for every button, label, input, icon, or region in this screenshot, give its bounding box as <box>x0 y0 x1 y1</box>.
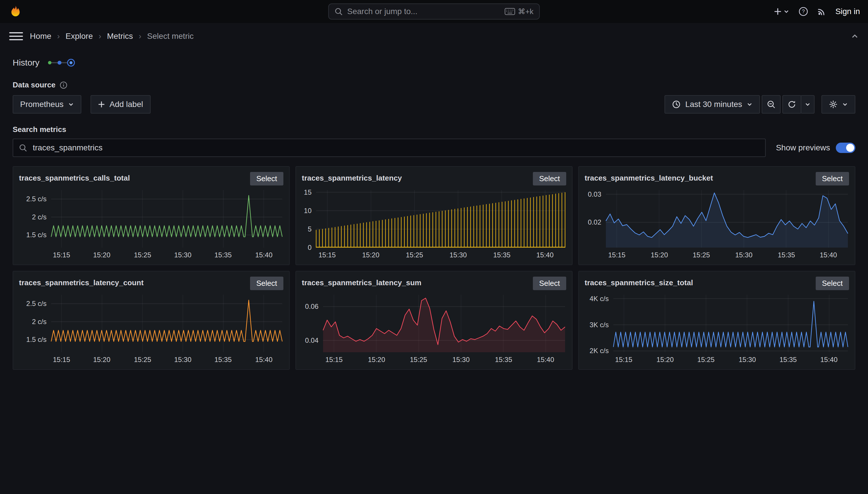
x-axis-tick-label: 15:40 <box>536 251 554 259</box>
x-axis-tick-label: 15:40 <box>820 356 837 364</box>
x-axis-tick-label: 15:40 <box>537 356 554 364</box>
search-placeholder: Search or jump to... <box>347 7 500 16</box>
chart-plot-area <box>323 295 565 352</box>
time-range-picker[interactable]: Last 30 minutes <box>665 95 760 114</box>
select-metric-button[interactable]: Select <box>533 172 566 186</box>
metric-search-input[interactable] <box>32 142 760 153</box>
x-axis-tick-label: 15:20 <box>93 251 111 259</box>
question-circle-icon: ? <box>798 6 808 16</box>
metric-chart: 0.060.0415:1515:2015:2515:3015:3515:40 <box>302 295 566 365</box>
x-axis-tick-label: 15:25 <box>410 356 427 364</box>
keyboard-icon <box>505 8 515 15</box>
chart-plot-area <box>316 190 565 248</box>
select-metric-button[interactable]: Select <box>816 277 849 290</box>
series-line <box>613 301 848 347</box>
explore-metrics-page: History Data source Prometheus <box>0 57 868 370</box>
x-axis-tick-label: 15:25 <box>693 251 710 259</box>
keyboard-shortcut: ⌘+k <box>505 7 533 16</box>
x-axis-tick-label: 15:40 <box>255 356 273 364</box>
select-metric-button[interactable]: Select <box>250 172 283 186</box>
hamburger-icon <box>9 32 23 33</box>
chart-plot-area <box>51 190 282 248</box>
refresh-button[interactable] <box>782 95 801 114</box>
x-axis-tick-label: 15:20 <box>93 356 111 364</box>
x-axis-tick-label: 15:25 <box>406 251 423 259</box>
settings-dropdown-button[interactable] <box>822 95 855 114</box>
x-axis-tick-label: 15:35 <box>778 251 795 259</box>
series-bars <box>316 192 565 248</box>
show-previews-toggle[interactable] <box>836 142 855 153</box>
x-axis-tick-label: 15:15 <box>53 251 70 259</box>
zoom-out-icon <box>767 100 775 109</box>
x-axis-tick-label: 15:30 <box>174 251 192 259</box>
refresh-interval-dropdown[interactable] <box>801 95 814 114</box>
breadcrumb-separator: › <box>57 32 60 41</box>
select-metric-button[interactable]: Select <box>816 172 849 186</box>
x-axis-tick-label: 15:30 <box>174 356 192 364</box>
help-button[interactable]: ? <box>798 6 808 16</box>
y-axis-tick-label: 2 c/s <box>19 214 46 221</box>
panel-title: traces_spanmetrics_size_total <box>585 277 693 287</box>
plus-icon <box>774 7 782 16</box>
metric-chart: 2.5 c/s2 c/s1.5 c/s15:1515:2015:2515:301… <box>19 295 283 365</box>
panel-title: traces_spanmetrics_latency_bucket <box>585 172 713 183</box>
x-axis-tick-label: 15:35 <box>214 251 232 259</box>
search-metrics-label: Search metrics <box>13 125 855 134</box>
x-axis-tick-label: 15:40 <box>820 251 837 259</box>
add-menu-button[interactable] <box>774 7 789 16</box>
select-metric-button[interactable]: Select <box>250 277 283 290</box>
datasource-picker[interactable]: Prometheus <box>13 95 81 114</box>
datasource-label: Data source <box>13 80 56 90</box>
chart-plot-area <box>613 295 848 352</box>
chevron-down-icon <box>784 8 789 14</box>
grafana-logo[interactable] <box>8 4 23 19</box>
history-step-dot[interactable] <box>48 61 52 64</box>
datasource-value: Prometheus <box>20 100 63 109</box>
x-axis-tick-label: 15:20 <box>656 356 674 364</box>
select-metric-button[interactable]: Select <box>533 277 566 290</box>
add-label-button[interactable]: Add label <box>91 95 151 114</box>
history-timeline-widget[interactable] <box>46 57 76 68</box>
breadcrumb: Home › Explore › Metrics › Select metric <box>30 32 194 41</box>
x-axis-tick-label: 15:25 <box>697 356 714 364</box>
y-axis-tick-label: 4K c/s <box>585 295 609 302</box>
y-axis-tick-label: 2.5 c/s <box>19 195 46 203</box>
breadcrumb-explore[interactable]: Explore <box>65 32 93 41</box>
y-axis-tick-label: 2.5 c/s <box>19 300 46 307</box>
y-axis-tick-label: 0.03 <box>585 191 601 198</box>
breadcrumb-metrics[interactable]: Metrics <box>107 32 133 41</box>
y-axis-tick-label: 1.5 c/s <box>19 336 46 343</box>
collapse-controls-button[interactable] <box>851 32 859 40</box>
history-label: History <box>13 58 39 68</box>
y-axis-tick-label: 15 <box>302 189 312 196</box>
metric-previews-grid: traces_spanmetrics_calls_totalSelect2.5 … <box>13 166 855 370</box>
grafana-flame-icon <box>9 5 22 18</box>
menu-toggle-button[interactable] <box>9 29 23 43</box>
y-axis-tick-label: 0.04 <box>302 337 318 344</box>
metric-search-field <box>13 138 766 157</box>
zoom-out-time-button[interactable] <box>762 95 781 114</box>
metric-panel: traces_spanmetrics_size_totalSelect4K c/… <box>578 271 855 370</box>
y-axis-tick-label: 2K c/s <box>585 347 609 354</box>
x-axis-tick-label: 15:35 <box>780 356 797 364</box>
y-axis-tick-label: 0.06 <box>302 303 318 310</box>
search-jump-box[interactable]: Search or jump to... ⌘+k <box>328 3 540 20</box>
history-step-dot[interactable] <box>58 61 62 65</box>
x-axis-tick-label: 15:15 <box>615 356 632 364</box>
breadcrumb-home[interactable]: Home <box>30 32 52 41</box>
metric-chart: 4K c/s3K c/s2K c/s15:1515:2015:2515:3015… <box>585 295 849 365</box>
y-axis-tick-label: 1.5 c/s <box>19 231 46 239</box>
news-button[interactable] <box>817 7 826 16</box>
x-axis-tick-label: 15:25 <box>134 356 151 364</box>
plus-icon <box>98 101 105 108</box>
breadcrumb-bar: Home › Explore › Metrics › Select metric <box>0 23 868 50</box>
x-axis-tick-label: 15:25 <box>134 251 151 259</box>
y-axis-tick-label: 3K c/s <box>585 322 609 328</box>
breadcrumb-separator: › <box>99 32 101 41</box>
sign-in-link[interactable]: Sign in <box>835 7 860 16</box>
search-icon <box>19 144 27 152</box>
info-icon[interactable] <box>59 81 67 89</box>
series-line <box>51 300 282 342</box>
y-axis-tick-label: 0.02 <box>585 219 601 226</box>
x-axis-tick-label: 15:35 <box>493 251 510 259</box>
